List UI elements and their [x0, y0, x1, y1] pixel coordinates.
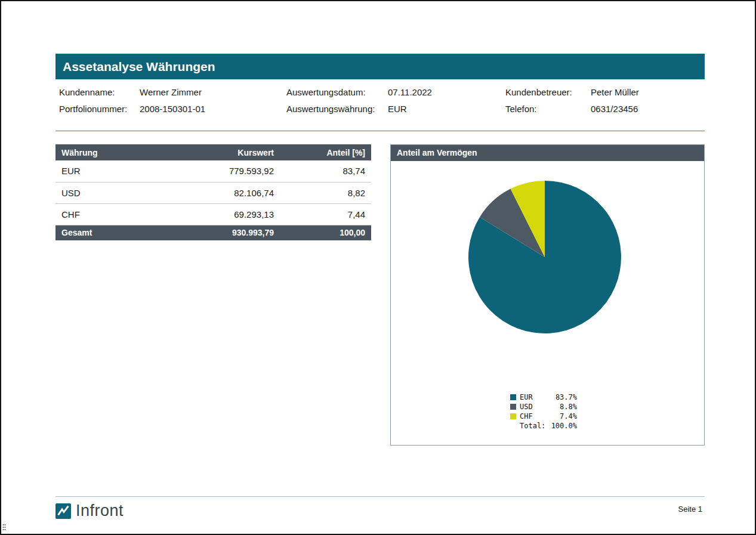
legend-row: Total:100.0%: [510, 421, 577, 430]
info-column: Kundenname:Werner ZimmerPortfolionummer:…: [59, 84, 205, 117]
chart-panel: Anteil am Vermögen EUR83.7%USD8.8%CHF7.4…: [390, 144, 705, 446]
footer-logo: Infront: [55, 502, 124, 520]
total-label: Gesamt: [55, 225, 169, 240]
table-row: USD82.106,748,82: [55, 182, 371, 203]
info-value: Peter Müller: [591, 87, 639, 97]
info-column: Auswertungsdatum:07.11.2022Auswertungswä…: [286, 84, 432, 117]
info-value: 2008-150301-01: [140, 104, 205, 114]
header-divider: [55, 131, 705, 131]
table-cell-share: 83,74: [274, 160, 371, 182]
pie-legend: EUR83.7%USD8.8%CHF7.4%Total:100.0%: [510, 392, 577, 431]
stray-artifact: [2, 524, 7, 531]
info-label: Kundenbetreuer:: [505, 87, 591, 97]
legend-swatch-icon: [510, 394, 516, 400]
info-field: Kundenname:Werner Zimmer: [59, 84, 205, 100]
info-value: 0631/23456: [591, 104, 638, 114]
info-field: Portfolionummer:2008-150301-01: [59, 100, 205, 117]
table-cell-value: 82.106,74: [169, 182, 274, 203]
table-cell-share: 7,44: [274, 203, 371, 225]
legend-row: USD8.8%: [510, 402, 577, 411]
legend-label: CHF: [520, 412, 548, 420]
info-field: Auswertungswährung:EUR: [286, 100, 432, 117]
footer-divider: [55, 496, 705, 497]
table-cell-currency: USD: [55, 182, 169, 203]
info-label: Kundenname:: [59, 87, 140, 97]
info-label: Auswertungsdatum:: [286, 87, 388, 97]
info-column: Kundenbetreuer:Peter MüllerTelefon:0631/…: [505, 84, 639, 117]
legend-value: 100.0%: [548, 422, 577, 430]
info-label: Auswertungswährung:: [286, 104, 388, 114]
info-value: 07.11.2022: [388, 87, 432, 97]
legend-swatch-icon: [510, 413, 516, 419]
legend-label: EUR: [520, 393, 548, 401]
table-header-row: Währung Kurswert Anteil [%]: [55, 144, 371, 160]
legend-row: CHF7.4%: [510, 412, 577, 420]
table-total-row: Gesamt 930.993,79 100,00: [55, 225, 371, 240]
legend-swatch-icon: [510, 404, 516, 410]
info-field: Auswertungsdatum:07.11.2022: [286, 84, 432, 100]
info-field: Kundenbetreuer:Peter Müller: [505, 84, 639, 100]
table-cell-currency: CHF: [55, 203, 169, 225]
legend-row: EUR83.7%: [510, 392, 577, 401]
legend-label: USD: [520, 403, 548, 411]
total-value: 930.993,79: [169, 225, 274, 240]
info-value: Werner Zimmer: [140, 87, 202, 97]
info-field: Telefon:0631/23456: [505, 100, 639, 117]
currency-table: Währung Kurswert Anteil [%] EUR779.593,9…: [55, 144, 371, 240]
table-row: CHF69.293,137,44: [55, 203, 371, 225]
table-cell-currency: EUR: [55, 160, 169, 182]
logo-text: Infront: [76, 502, 124, 520]
table-row: EUR779.593,9283,74: [55, 160, 371, 182]
chart-panel-title: Anteil am Vermögen: [391, 145, 704, 161]
info-value: EUR: [388, 104, 407, 114]
table-cell-value: 69.293,13: [169, 203, 274, 225]
infront-logo-icon: [55, 503, 71, 519]
info-label: Telefon:: [505, 104, 591, 114]
col-header-kurswert: Kurswert: [169, 144, 274, 160]
legend-label: Total:: [520, 422, 548, 430]
info-section: Kundenname:Werner ZimmerPortfolionummer:…: [55, 84, 705, 119]
legend-value: 7.4%: [548, 412, 577, 420]
info-label: Portfolionummer:: [59, 104, 140, 114]
page-title: Assetanalyse Währungen: [55, 54, 705, 79]
legend-value: 8.8%: [548, 403, 577, 411]
page-number: Seite 1: [678, 505, 702, 514]
col-header-anteil: Anteil [%]: [274, 144, 371, 160]
report-page: Assetanalyse Währungen Kundenname:Werner…: [0, 0, 756, 535]
table-cell-share: 8,82: [274, 182, 371, 203]
currency-table-body: EUR779.593,9283,74USD82.106,748,82CHF69.…: [55, 160, 371, 225]
total-share: 100,00: [274, 225, 371, 240]
legend-value: 83.7%: [548, 393, 577, 401]
pie-chart: [467, 180, 622, 335]
col-header-currency: Währung: [55, 144, 169, 160]
table-cell-value: 779.593,92: [169, 160, 274, 182]
